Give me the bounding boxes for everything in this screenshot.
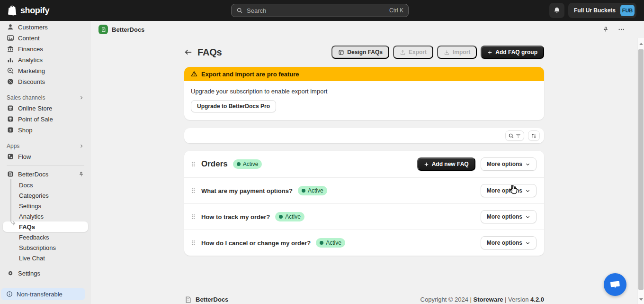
more-actions-icon[interactable] <box>617 26 625 33</box>
betterdocs-app-icon <box>98 25 108 34</box>
shopify-wordmark: shopify <box>20 6 49 16</box>
design-icon <box>338 49 344 55</box>
search-icon <box>508 133 514 139</box>
sidebar-item-shop[interactable]: Shop <box>3 125 88 135</box>
faq-more-options-button[interactable]: More options <box>481 184 537 197</box>
non-transferable-banner[interactable]: Non-transferable <box>1 288 85 300</box>
scroll-up-arrow[interactable] <box>638 40 644 47</box>
point-of-sale-icon <box>7 115 14 123</box>
gear-icon <box>7 269 14 277</box>
sidebar-item-online-store[interactable]: Online Store <box>3 103 88 113</box>
add-new-faq-button[interactable]: Add new FAQ <box>417 157 475 171</box>
sidebar-subitem-settings[interactable]: Settings <box>3 201 88 211</box>
bell-icon <box>553 7 561 14</box>
banner-title: Export and import are pro feature <box>201 71 299 78</box>
apps-header[interactable]: Apps <box>3 141 88 151</box>
store-name: Full Ur Buckets <box>574 7 616 14</box>
design-faqs-button[interactable]: Design FAQs <box>331 46 389 59</box>
subitem-label: Docs <box>19 182 33 189</box>
button-label: More options <box>487 161 522 167</box>
breadcrumb: BetterDocs <box>91 21 637 38</box>
sales-channels-header[interactable]: Sales channels <box>3 93 88 102</box>
sidebar-item-flow[interactable]: Flow <box>3 151 88 162</box>
sidebar-item-marketing[interactable]: Marketing <box>3 65 88 76</box>
faq-more-options-button[interactable]: More options <box>481 210 537 223</box>
page-title: FAQs <box>197 47 222 58</box>
scroll-down-arrow[interactable] <box>638 295 644 303</box>
vertical-scrollbar[interactable] <box>637 38 644 304</box>
shopify-logo[interactable]: shopify <box>8 5 49 16</box>
sidebar-subitem-live-chat[interactable]: Live Chat <box>3 253 88 263</box>
drag-handle-icon[interactable] <box>190 160 196 168</box>
chevron-right-icon <box>79 143 84 149</box>
global-search-input[interactable]: Search Ctrl K <box>231 4 409 17</box>
add-faq-group-button[interactable]: Add FAQ group <box>481 46 544 59</box>
sidebar-item-analytics[interactable]: Analytics <box>3 55 88 65</box>
sidebar-subitem-categories[interactable]: Categories <box>3 190 88 201</box>
warning-icon <box>191 71 197 77</box>
faq-more-options-button[interactable]: More options <box>481 236 537 249</box>
back-arrow-icon[interactable] <box>184 48 193 56</box>
scrollbar-thumb[interactable] <box>638 49 644 290</box>
non-transferable-label: Non-transferable <box>17 291 63 298</box>
status-badge: Active <box>233 159 262 169</box>
store-initials-badge: FUB <box>620 5 635 16</box>
banner-body-text: Upgrade your subscription to enable expo… <box>191 88 537 95</box>
sort-button[interactable] <box>528 130 540 141</box>
sidebar-item-settings[interactable]: Settings <box>3 268 88 278</box>
sidebar-subitem-faqs-active[interactable]: FAQs <box>3 221 88 232</box>
betterdocs-app-icon <box>7 170 14 178</box>
sidebar-subitem-analytics[interactable]: Analytics <box>3 211 88 221</box>
faq-row: How to track my order? Active More optio… <box>184 203 544 230</box>
drag-handle-icon[interactable] <box>190 239 196 247</box>
flow-app-icon <box>7 153 14 160</box>
chevron-down-icon <box>525 188 530 193</box>
main-content: BetterDocs FAQs Design FAQs <box>91 21 644 304</box>
sidebar-item-label: Finances <box>18 46 43 53</box>
live-chat-fab[interactable] <box>604 273 626 296</box>
notifications-button[interactable] <box>549 3 564 18</box>
sidebar-item-betterdocs[interactable]: BetterDocs <box>3 169 88 179</box>
sidebar-item-label: Customers <box>18 24 48 31</box>
group-more-options-button[interactable]: More options <box>481 157 537 171</box>
faq-row: How do I cancel or change my order? Acti… <box>184 230 544 256</box>
sidebar-item-customers[interactable]: Customers <box>3 22 88 32</box>
status-dot <box>302 189 305 193</box>
topbar: shopify Search Ctrl K Full Ur Buckets FU… <box>0 0 644 21</box>
sidebar-item-finances[interactable]: Finances <box>3 44 88 54</box>
pin-icon[interactable] <box>602 26 609 33</box>
subitem-label: FAQs <box>19 223 35 230</box>
sidebar-item-point-of-sale[interactable]: Point of Sale <box>3 114 88 124</box>
sidebar-item-content[interactable]: Content <box>3 33 88 43</box>
status-label: Active <box>243 161 259 167</box>
status-label: Active <box>308 187 323 194</box>
sidebar-subitem-subscriptions[interactable]: Subscriptions <box>3 242 88 253</box>
import-button[interactable]: Import <box>437 46 477 59</box>
section-label: Apps <box>7 143 19 149</box>
button-label: Add new FAQ <box>432 161 469 167</box>
account-menu[interactable]: Full Ur Buckets FUB <box>568 3 636 18</box>
footer-brand: BetterDocs <box>184 295 228 304</box>
sidebar-item-discounts[interactable]: Discounts <box>3 76 88 87</box>
status-dot <box>237 162 241 166</box>
betterdocs-footer-icon <box>184 295 192 304</box>
button-label: More options <box>487 240 522 246</box>
content-icon <box>7 34 14 42</box>
search-icon <box>236 7 243 14</box>
sidebar-subitem-feedbacks[interactable]: Feedbacks <box>3 232 88 242</box>
version-label: | Version <box>505 296 528 303</box>
button-label: Upgrade to BetterDocs Pro <box>197 103 270 110</box>
sidebar-subitem-docs[interactable]: Docs <box>3 180 88 190</box>
page-header: FAQs Design FAQs Export Import <box>184 46 544 59</box>
search-and-filter-button[interactable] <box>505 130 524 141</box>
drag-handle-icon[interactable] <box>190 213 196 221</box>
drag-handle-icon[interactable] <box>190 187 196 194</box>
upgrade-pro-button[interactable]: Upgrade to BetterDocs Pro <box>191 100 276 112</box>
sidebar-item-label: BetterDocs <box>18 171 48 178</box>
export-button[interactable]: Export <box>393 46 433 59</box>
pin-icon[interactable] <box>78 171 84 177</box>
sort-icon <box>531 133 537 139</box>
button-label: Add FAQ group <box>495 49 537 55</box>
sidebar-divider <box>7 165 84 166</box>
marketing-icon <box>7 67 14 74</box>
